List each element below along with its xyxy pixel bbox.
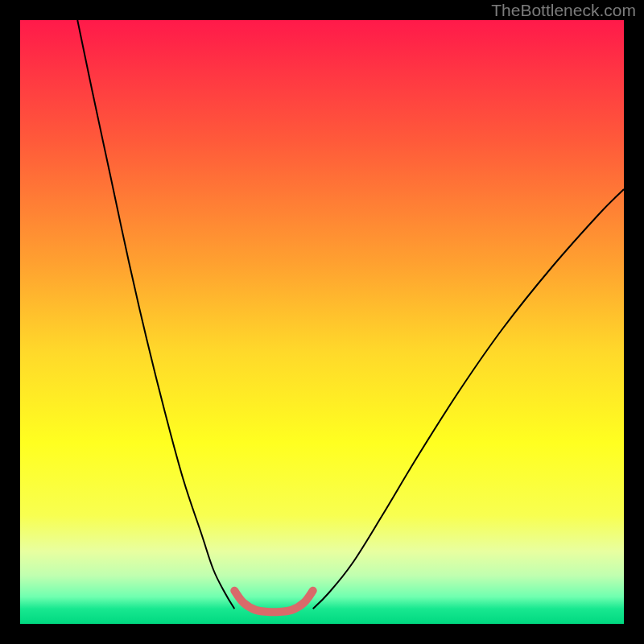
curve-right-ascent xyxy=(313,189,624,609)
curve-plot xyxy=(20,20,624,624)
chart-frame xyxy=(20,20,624,624)
curve-left-descent xyxy=(77,20,234,609)
watermark-text: TheBottleneck.com xyxy=(491,1,636,20)
curve-trough xyxy=(234,591,313,613)
